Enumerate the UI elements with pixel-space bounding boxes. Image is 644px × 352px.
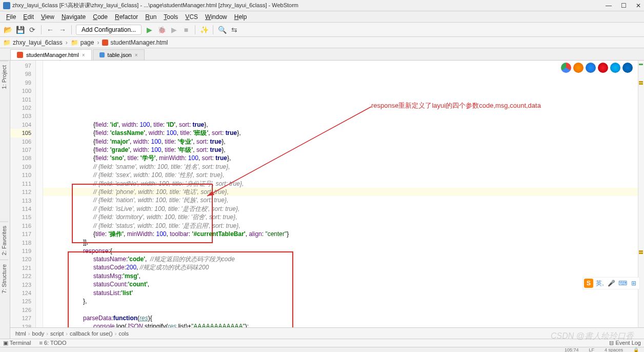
back-icon[interactable]: ←	[46, 25, 55, 34]
add-configuration-button[interactable]: Add Configuration...	[76, 25, 142, 35]
json-icon	[99, 52, 105, 57]
warning-mark[interactable]	[639, 250, 643, 252]
minimize-button[interactable]: —	[606, 2, 612, 9]
keyboard-icon[interactable]: ⌨	[618, 279, 627, 288]
warning-mark[interactable]	[639, 252, 643, 254]
lock-icon[interactable]: 🔒	[633, 347, 639, 353]
menu-view[interactable]: View	[38, 12, 57, 22]
code-line[interactable]: statusList:'list'	[43, 289, 644, 297]
favorites-tool[interactable]: 2: Favorites	[0, 221, 8, 259]
code-line[interactable]: {field: 'sno', title: '学号', minWidth: 10…	[43, 154, 644, 162]
hierarchy-icon[interactable]: ⇆	[230, 25, 239, 34]
code-line[interactable]	[43, 305, 644, 314]
menu-tools[interactable]: Tools	[160, 12, 181, 22]
code-line[interactable]: {field: 'className', width: 100, title: …	[43, 129, 644, 137]
sogou-icon[interactable]: S	[584, 279, 593, 288]
stop-icon[interactable]: ■	[182, 25, 191, 34]
save-icon[interactable]: 💾	[15, 25, 25, 34]
code-line[interactable]: // {field: 'ssex', width: 100, title: '性…	[43, 171, 644, 179]
code-line[interactable]: {field: 'major', width: 100, title: '专业'…	[43, 138, 644, 146]
title-bar: zhxy_layui_6class [F:\高校讲课\zhxy_layui_6c…	[0, 0, 644, 11]
breadcrumb-item[interactable]: callback for use()	[68, 330, 115, 337]
separator	[213, 25, 213, 34]
wand-icon[interactable]: ✨	[199, 25, 209, 34]
project-root[interactable]: 📁zhxy_layui_6class	[3, 39, 63, 46]
folder-page[interactable]: 📁page	[71, 39, 94, 46]
tab-tablejson[interactable]: table.json ×	[93, 49, 145, 60]
warning-mark[interactable]	[639, 83, 643, 85]
breadcrumb-item[interactable]: script	[48, 330, 66, 337]
code-line[interactable]: {field: 'id', width: 100, title: 'ID', s…	[43, 121, 644, 129]
refresh-icon[interactable]: ⟳	[28, 25, 37, 34]
code-line[interactable]: // {field: 'nation', width: 100, title: …	[43, 196, 644, 204]
coverage-icon[interactable]: ▶	[169, 25, 178, 34]
ie-icon[interactable]	[610, 63, 620, 73]
code-line[interactable]: // {field: 'phone', width: 100, title: '…	[43, 188, 644, 196]
menu-code[interactable]: Code	[90, 12, 111, 22]
code-line[interactable]: // {field: 'status', width: 100, title: …	[43, 222, 644, 230]
grid-icon[interactable]: ⊞	[629, 279, 638, 288]
code-line[interactable]: {title: '操作', minWidth: 100, toolbar: '#…	[43, 230, 644, 238]
menu-run[interactable]: Run	[142, 12, 159, 22]
warning-mark[interactable]	[639, 81, 643, 83]
menu-window[interactable]: Window	[202, 12, 230, 22]
code-line[interactable]: console.log(JSON.stringify(res.list)+"AA…	[43, 322, 644, 327]
open-icon[interactable]: 📂	[3, 25, 12, 34]
menu-vcs[interactable]: VCS	[182, 12, 201, 22]
code-line[interactable]: parseData:function(res){	[43, 314, 644, 322]
browser-icons	[559, 61, 635, 75]
code-line[interactable]: statusCount:'count',	[43, 280, 644, 288]
search-icon[interactable]: 🔍	[217, 25, 227, 34]
gutter: 9798991001011021031041051061071081091101…	[10, 61, 36, 327]
code-line[interactable]: {field: 'grade', width: 100, title: '年级'…	[43, 146, 644, 154]
code-line[interactable]: // {field: 'cardNo', width: 100, title: …	[43, 180, 644, 188]
project-tool[interactable]: 1: Project	[0, 61, 8, 93]
tab-label: studentManager.html	[26, 52, 79, 58]
firefox-icon[interactable]	[573, 63, 583, 73]
editor[interactable]: 9798991001011021031041051061071081091101…	[10, 61, 644, 327]
code-line[interactable]: statusMsg:'msg',	[43, 272, 644, 280]
todo-tool[interactable]: ≡ 6: TODO	[39, 340, 66, 346]
terminal-tool[interactable]: ▣ Terminal	[3, 340, 31, 346]
separator	[41, 25, 42, 34]
menu-help[interactable]: Help	[231, 12, 250, 22]
breadcrumb-item[interactable]: cols	[116, 330, 131, 337]
current-file[interactable]: studentManager.html	[102, 39, 168, 46]
menu-edit[interactable]: Edit	[20, 12, 37, 22]
close-icon[interactable]: ×	[82, 52, 85, 58]
code-line[interactable]: // {field: 'isLive', width: 100, title: …	[43, 205, 644, 213]
fold-column	[36, 61, 43, 327]
code-line[interactable]: // {field: 'sname', width: 100, title: '…	[43, 163, 644, 171]
breadcrumb-item[interactable]: html	[13, 330, 28, 337]
close-button[interactable]: ✕	[636, 2, 641, 9]
code-line[interactable]: },	[43, 297, 644, 305]
code-line[interactable]: statusCode:200, //规定成功的状态码味200	[43, 263, 644, 271]
event-log-tool[interactable]: ⊟ Event Log	[609, 340, 641, 346]
maximize-button[interactable]: ☐	[621, 2, 627, 9]
code-area[interactable]: {field: 'id', width: 100, title: 'ID', s…	[43, 61, 644, 327]
tab-studentmanager[interactable]: studentManager.html ×	[10, 49, 92, 60]
code-line[interactable]: ]],	[43, 238, 644, 246]
menu-file[interactable]: File	[3, 12, 19, 22]
opera-icon[interactable]	[598, 63, 608, 73]
ime-lang[interactable]: 英,	[595, 279, 605, 288]
code-line[interactable]: response:{	[43, 247, 644, 255]
breadcrumb-item[interactable]: body	[30, 330, 46, 337]
menu-refactor[interactable]: Refactor	[112, 12, 141, 22]
debug-icon[interactable]: 🐞	[157, 25, 166, 34]
structure-tool[interactable]: 7: Structure	[0, 260, 8, 298]
navigation-bar: 📁zhxy_layui_6class › 📁page › studentMana…	[0, 37, 644, 48]
menu-navigate[interactable]: Navigate	[58, 12, 89, 22]
annotation-text: response重新定义了layui的四个参数code,msg,count,da…	[371, 102, 541, 110]
chrome-icon[interactable]	[561, 63, 571, 73]
mic-icon[interactable]: 🎤	[607, 279, 616, 288]
edge-icon[interactable]	[622, 63, 633, 73]
code-line[interactable]: statusName:'code', //规定返回的状态码字段为code	[43, 255, 644, 263]
run-icon[interactable]: ▶	[145, 25, 154, 34]
code-line[interactable]: // {field: 'dormitory', width: 100, titl…	[43, 213, 644, 221]
forward-icon[interactable]: →	[58, 25, 67, 34]
app-icon	[3, 2, 10, 9]
status-bar: 105:74 LF 4 spaces 🔒	[0, 347, 644, 352]
close-icon[interactable]: ×	[135, 52, 138, 58]
safari-icon[interactable]	[586, 63, 596, 73]
